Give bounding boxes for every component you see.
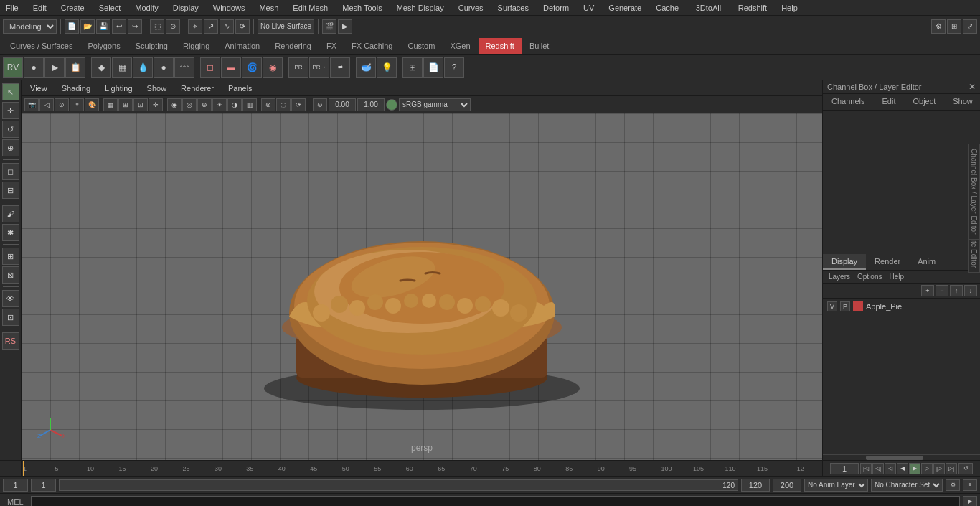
layer-tab-anim[interactable]: Anim: [909, 254, 944, 270]
vp-move-icon[interactable]: ✛: [149, 98, 163, 111]
tl-skip-end[interactable]: ▷|: [946, 463, 957, 474]
coord-y-input[interactable]: [357, 98, 385, 111]
menu-cache[interactable]: Cache: [653, 2, 682, 14]
range-current-input[interactable]: [31, 479, 56, 492]
playback-range[interactable]: 120: [59, 479, 738, 491]
vp-menu-renderer[interactable]: Renderer: [178, 83, 217, 94]
rotate-tool-btn[interactable]: ↺: [2, 121, 19, 138]
menu-mesh-display[interactable]: Mesh Display: [394, 2, 447, 14]
layer-p-toggle[interactable]: P: [840, 301, 850, 311]
vp-colorspace-icon[interactable]: [386, 99, 397, 111]
vp-cam2-icon[interactable]: ⊡: [133, 98, 148, 111]
rv-icon[interactable]: RV: [3, 57, 23, 78]
menu-windows[interactable]: Windows: [210, 2, 248, 14]
loop-icon[interactable]: ⟳: [235, 19, 250, 34]
layer-del-icon[interactable]: −: [936, 285, 948, 296]
layer-v-toggle[interactable]: V: [827, 301, 837, 311]
timeline-track[interactable]: 1 5 10 15 20 25 30 35 40 45 50 55 60 65 …: [22, 461, 822, 476]
mel-run-btn[interactable]: ▶: [963, 496, 977, 507]
layer-item-apple-pie[interactable]: V P Apple_Pie: [824, 300, 979, 313]
tab-rigging[interactable]: Rigging: [176, 38, 217, 54]
vp-cam-icon[interactable]: 📷: [24, 98, 39, 111]
tab-animation[interactable]: Animation: [217, 38, 267, 54]
soft-select-btn[interactable]: ◻: [2, 163, 19, 180]
tab-sculpting[interactable]: Sculpting: [128, 38, 175, 54]
ui-icon[interactable]: ⊞: [947, 19, 961, 34]
move-tool-btn[interactable]: ✛: [2, 102, 19, 119]
template-btn[interactable]: ⊡: [2, 309, 19, 326]
grid-icon[interactable]: ▦: [112, 57, 132, 78]
rs-cube-icon[interactable]: ◻: [200, 57, 220, 78]
open-file-icon[interactable]: 📂: [80, 19, 95, 34]
vp-coord-icon[interactable]: ⊙: [313, 98, 327, 111]
vp-xray-icon[interactable]: ⊕: [197, 98, 212, 111]
menu-uv[interactable]: UV: [580, 2, 597, 14]
prefs-icon[interactable]: ≡: [963, 479, 977, 491]
menu-create[interactable]: Create: [58, 2, 88, 14]
tab-polygons[interactable]: Polygons: [80, 38, 127, 54]
menu-mesh-tools[interactable]: Mesh Tools: [339, 2, 385, 14]
tab-rendering[interactable]: Rendering: [268, 38, 319, 54]
tab-bullet[interactable]: Bullet: [522, 38, 557, 54]
vp-menu-view[interactable]: View: [27, 83, 50, 94]
sphere-icon[interactable]: ●: [154, 57, 174, 78]
menu-modify[interactable]: Modify: [132, 2, 161, 14]
tl-next-key[interactable]: |▷: [933, 463, 945, 474]
render-view-icon[interactable]: 🎬: [322, 19, 336, 34]
show-hide-btn[interactable]: 👁: [2, 290, 19, 307]
lasso-select-btn[interactable]: ⊟: [2, 182, 19, 199]
settings-icon[interactable]: ⚙: [931, 19, 946, 34]
vp-rig-icon[interactable]: ⟳: [291, 98, 306, 111]
vp-shading-icon[interactable]: ◉: [167, 98, 182, 111]
layer-new-icon[interactable]: +: [921, 285, 934, 296]
menu-surfaces[interactable]: Surfaces: [495, 2, 532, 14]
tl-play-fwd[interactable]: ▶: [909, 463, 920, 474]
vp-menu-lighting[interactable]: Lighting: [102, 83, 136, 94]
select-icon[interactable]: ⬚: [150, 19, 164, 34]
menu-display[interactable]: Display: [170, 2, 202, 14]
ipr-icon[interactable]: ▶: [338, 19, 352, 34]
vp-isolate-icon[interactable]: ⊚: [261, 98, 275, 111]
layer-tab-display[interactable]: Display: [823, 254, 866, 270]
coord-x-input[interactable]: [329, 98, 356, 111]
layer-up-icon[interactable]: ↑: [950, 285, 963, 296]
rs-blob-icon[interactable]: ◉: [263, 57, 283, 78]
vp-next-icon[interactable]: ⊙: [55, 98, 69, 111]
ipr2-icon[interactable]: ▶: [44, 57, 65, 78]
char-set-select[interactable]: No Character Set: [871, 479, 943, 492]
menu-3dtoall[interactable]: -3DtoAll-: [690, 2, 727, 14]
redo-icon[interactable]: ↪: [128, 19, 142, 34]
menu-mesh[interactable]: Mesh: [256, 2, 281, 14]
tl-skip-start[interactable]: |◁: [860, 463, 872, 474]
sculpt-btn[interactable]: ✱: [2, 224, 19, 241]
mel-input[interactable]: [31, 496, 960, 507]
layer-tab-render[interactable]: Render: [866, 254, 909, 270]
menu-generate[interactable]: Generate: [606, 2, 644, 14]
ch-tab-edit[interactable]: Edit: [876, 95, 901, 108]
vp-prev-icon[interactable]: ◁: [39, 98, 54, 111]
tl-play-back[interactable]: ◀: [897, 463, 908, 474]
drop-icon[interactable]: 💧: [133, 57, 153, 78]
mode-select[interactable]: Modeling: [3, 19, 57, 34]
help-icon[interactable]: ?: [444, 57, 464, 78]
vp-menu-panels[interactable]: Panels: [225, 83, 255, 94]
pr3-icon[interactable]: ⇄: [330, 57, 350, 78]
channel-box-collapse[interactable]: ✕: [969, 82, 976, 92]
layer-opt-layers[interactable]: Layers: [826, 272, 853, 281]
vp-menu-shading[interactable]: Shading: [59, 83, 93, 94]
rs-bar-icon[interactable]: ▬: [221, 57, 241, 78]
lasso-icon[interactable]: ⊙: [166, 19, 180, 34]
paint-btn[interactable]: 🖌: [2, 205, 19, 222]
tab-xgen[interactable]: XGen: [443, 38, 477, 54]
tab-fx[interactable]: FX: [319, 38, 344, 54]
pr2-icon[interactable]: PR→: [309, 57, 329, 78]
undo-icon[interactable]: ↩: [112, 19, 126, 34]
rs-btn[interactable]: RS: [2, 332, 19, 350]
curve-icon[interactable]: ∿: [220, 19, 234, 34]
colorspace-select[interactable]: sRGB gamma: [399, 98, 471, 111]
save-file-icon[interactable]: 💾: [96, 19, 110, 34]
tab-redshift[interactable]: Redshift: [479, 38, 522, 54]
new-file-icon[interactable]: 📄: [65, 19, 79, 34]
tab-curves-surfaces[interactable]: Curves / Surfaces: [3, 38, 80, 54]
menu-redshift[interactable]: Redshift: [735, 2, 770, 14]
